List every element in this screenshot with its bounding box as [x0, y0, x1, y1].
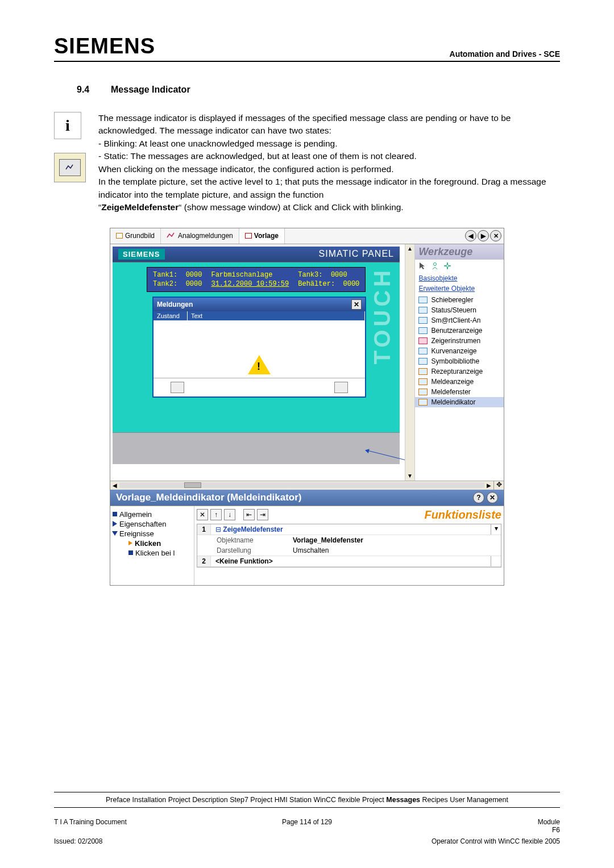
chevron-down-icon[interactable] — [112, 531, 118, 536]
toolbox-panel: Werkzeuge Basisobjekte Erweiterte Objekt… — [415, 244, 504, 481]
move-down-icon[interactable]: ↓ — [224, 509, 235, 520]
move-up-icon[interactable]: ↑ — [210, 509, 222, 520]
tool-item[interactable]: Benutzeranzeige — [415, 326, 504, 336]
properties-header: Vorlage_Meldeindikator (Meldeindikator) … — [110, 490, 504, 506]
close-icon[interactable]: ✕ — [351, 299, 362, 310]
para-2: When clicking on the message indicator, … — [98, 163, 560, 176]
monitor-icon — [54, 153, 86, 182]
info-icon: i — [54, 112, 81, 139]
person-icon[interactable] — [431, 262, 440, 271]
tab-vorlage[interactable]: Vorlage — [239, 228, 285, 244]
section-name: Message Indicator — [111, 85, 190, 94]
tool-item[interactable]: Rezepturanzeige — [415, 366, 504, 377]
svg-point-0 — [434, 262, 437, 265]
vertical-scrollbar[interactable]: ▲▼ — [405, 244, 416, 481]
footer-page: Page 114 of 129 — [223, 818, 391, 834]
tool-item[interactable]: Kurvenanzeige — [415, 346, 504, 356]
tool-item[interactable]: Status/Steuern — [415, 305, 504, 315]
header-subtitle: Automation and Drives - SCE — [450, 49, 560, 59]
toolbox-title: Werkzeuge — [415, 244, 504, 260]
message-window[interactable]: Meldungen✕ ZustandText — [152, 297, 366, 398]
siemens-logo: SIEMENS — [54, 34, 155, 59]
footer-issued: Issued: 02/2008 — [54, 837, 221, 845]
tool-item[interactable]: Meldefenster — [415, 387, 504, 397]
function-table[interactable]: 1⊟ ZeigeMeldefenster▾ ObjektnameVorlage_… — [197, 524, 501, 567]
footer-module: ModuleF6 — [393, 818, 560, 834]
breadcrumb: Preface Installation Project Description… — [54, 792, 560, 808]
properties-tree[interactable]: Allgemein Eigenschaften Ereignisse Klick… — [110, 506, 194, 585]
link-erweiterte[interactable]: Erweiterte Objekte — [415, 283, 504, 294]
arrow-icon — [128, 541, 132, 545]
section-title: 9.4Message Indicator — [77, 85, 560, 95]
sparkle-icon[interactable] — [443, 262, 453, 271]
dropdown-icon[interactable]: ▾ — [491, 524, 501, 535]
tool-item[interactable]: Zeigerinstrumen — [415, 336, 504, 346]
product-label: SIMATIC PANEL — [319, 249, 394, 259]
tool-item[interactable]: Symbolbibliothe — [415, 356, 504, 366]
functionlist-title: Funktionsliste — [424, 508, 501, 521]
link-basisobjekte[interactable]: Basisobjekte — [415, 273, 504, 283]
bullet-1: - Blinking: At least one unacknowledged … — [98, 137, 560, 150]
tab-analogmeldungen[interactable]: Analogmeldungen — [161, 228, 239, 244]
section-number: 9.4 — [77, 85, 111, 95]
tool-item[interactable]: Sm@rtClient-An — [415, 315, 504, 326]
indent-icon[interactable]: ⇥ — [257, 509, 268, 520]
pointer-icon[interactable] — [418, 262, 428, 271]
footer-product: Operator Control with WinCC flexible 200… — [393, 837, 560, 845]
help-icon[interactable]: ? — [473, 492, 484, 503]
warning-triangle-icon[interactable] — [248, 355, 271, 374]
footer-icon-right[interactable] — [334, 382, 348, 393]
brand-chip: SIEMENS — [118, 249, 165, 260]
zoom-fit-icon[interactable]: ✥ — [493, 481, 504, 490]
tool-item[interactable]: Schieberegler — [415, 295, 504, 305]
para-4: “ZeigeMeldefenster“ (show message window… — [98, 201, 560, 214]
chevron-right-icon[interactable] — [113, 521, 117, 527]
screenshot: Grundbild Analogmeldungen Vorlage ◀ ▶ ✕ … — [110, 228, 504, 586]
design-canvas[interactable]: SIEMENS SIMATIC PANEL TOUCH Tank1: 0000T… — [110, 244, 405, 481]
para-3: In the template picture, set the active … — [98, 176, 560, 201]
delete-icon[interactable]: ✕ — [197, 509, 208, 520]
tab-grundbild[interactable]: Grundbild — [110, 228, 161, 244]
nav-prev-icon[interactable]: ◀ — [465, 230, 476, 241]
nav-close-icon[interactable]: ✕ — [490, 230, 501, 241]
horizontal-scrollbar[interactable]: ◀▶✥ — [110, 481, 504, 490]
nav-next-icon[interactable]: ▶ — [478, 230, 489, 241]
body-text: The message indicator is displayed if me… — [98, 112, 560, 214]
close-icon[interactable]: ✕ — [487, 492, 498, 503]
para-1: The message indicator is displayed if me… — [98, 112, 560, 137]
footer-icon-left[interactable] — [171, 382, 184, 393]
footer-left: T I A Training Document — [54, 818, 221, 834]
tool-item-meldeindikator[interactable]: Meldeindikator — [415, 397, 504, 407]
touch-watermark: TOUCH — [370, 267, 395, 364]
bullet-2: - Static: The messages are acknowledged,… — [98, 150, 560, 162]
tool-item[interactable]: Meldeanzeige — [415, 377, 504, 387]
runtime-data-box: Tank1: 0000Tank2: 0000 Farbmischanlage31… — [147, 267, 366, 292]
outdent-icon[interactable]: ⇤ — [243, 509, 255, 520]
